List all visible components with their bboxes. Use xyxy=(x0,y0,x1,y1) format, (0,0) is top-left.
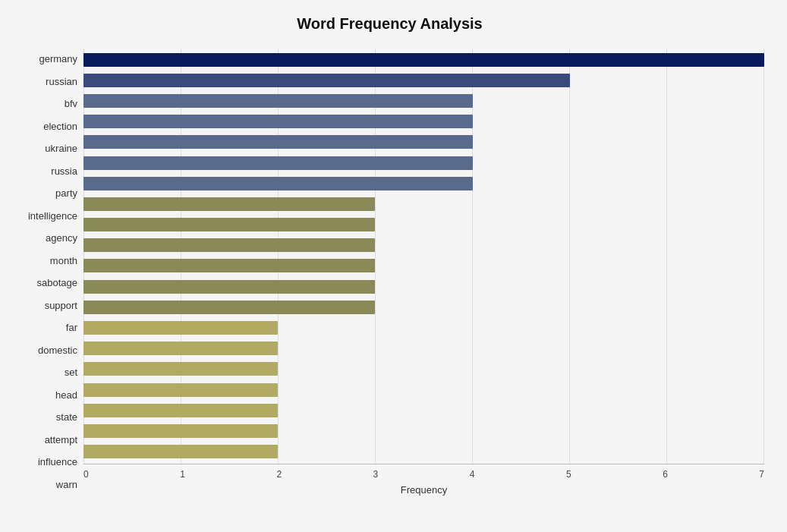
bar xyxy=(83,362,278,376)
y-label: germany xyxy=(39,54,77,64)
chart-container: Word Frequency Analysis germanyrussianbf… xyxy=(0,0,787,532)
x-axis: 01234567 xyxy=(83,464,764,480)
x-tick: 1 xyxy=(180,469,185,480)
y-label: election xyxy=(43,121,77,131)
bar-row xyxy=(83,216,764,233)
bar-row xyxy=(83,279,764,295)
y-label: russia xyxy=(51,166,77,176)
bar-row xyxy=(83,134,764,150)
x-tick: 3 xyxy=(373,469,379,480)
bar-row xyxy=(83,52,764,68)
plot-area: 01234567 Frequency xyxy=(83,48,764,496)
bar-row xyxy=(83,340,764,357)
bar-row xyxy=(83,155,764,172)
bar-row xyxy=(83,320,764,336)
bar-row xyxy=(83,257,764,274)
y-label: russian xyxy=(46,77,77,87)
bar xyxy=(83,259,375,272)
bar-row xyxy=(83,196,764,212)
bar xyxy=(83,383,278,397)
bar xyxy=(83,177,473,190)
y-label: attempt xyxy=(45,435,77,445)
y-label: party xyxy=(55,188,77,198)
bar-row xyxy=(83,113,764,130)
x-axis-label: Frequency xyxy=(83,484,764,496)
bar xyxy=(83,115,473,128)
x-tick: 2 xyxy=(276,469,282,480)
chart-area: germanyrussianbfvelectionukrainerussiapa… xyxy=(15,48,764,496)
bar xyxy=(83,321,278,335)
bar-row xyxy=(83,360,764,377)
chart-title: Word Frequency Analysis xyxy=(15,15,764,33)
bar xyxy=(83,135,473,149)
y-label: influence xyxy=(38,457,77,467)
y-label: ukraine xyxy=(45,143,77,153)
bar xyxy=(83,74,570,87)
y-axis-labels: germanyrussianbfvelectionukrainerussiapa… xyxy=(15,48,83,496)
y-label: agency xyxy=(46,233,77,243)
y-label: support xyxy=(45,301,77,310)
y-label: set xyxy=(65,367,77,377)
y-label: month xyxy=(50,256,77,266)
bar-row xyxy=(83,237,764,253)
bar xyxy=(83,424,278,438)
bar-row xyxy=(83,93,764,109)
y-label: warn xyxy=(56,480,77,490)
bar-row xyxy=(83,443,764,460)
bar-row xyxy=(83,423,764,439)
x-tick: 5 xyxy=(566,469,571,480)
grid-and-bars xyxy=(83,48,764,464)
y-label: bfv xyxy=(65,99,77,109)
bar xyxy=(83,156,473,170)
y-label: head xyxy=(55,390,77,400)
bar xyxy=(83,238,375,252)
y-label: state xyxy=(56,412,77,422)
bar xyxy=(83,445,278,458)
bar xyxy=(83,53,764,67)
bar xyxy=(83,94,473,108)
bar-row xyxy=(83,402,764,419)
x-tick: 4 xyxy=(470,469,475,480)
bars-wrapper xyxy=(83,48,764,464)
bar xyxy=(83,197,375,211)
bar xyxy=(83,301,375,314)
y-label: far xyxy=(66,323,77,332)
bar-row xyxy=(83,382,764,398)
bar xyxy=(83,342,278,355)
bar xyxy=(83,404,278,417)
y-label: domestic xyxy=(38,345,77,355)
bar xyxy=(83,280,375,294)
y-label: sabotage xyxy=(37,278,78,288)
bar-row xyxy=(83,299,764,316)
bar-row xyxy=(83,175,764,192)
bar xyxy=(83,218,375,231)
x-tick: 7 xyxy=(759,469,764,480)
x-tick: 6 xyxy=(663,469,668,480)
x-tick: 0 xyxy=(83,469,89,480)
bar-row xyxy=(83,72,764,89)
y-label: intelligence xyxy=(28,211,77,221)
